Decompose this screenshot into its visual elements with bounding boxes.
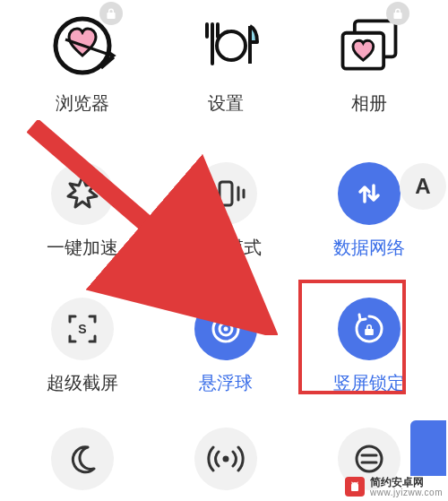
hotspot-icon: [206, 443, 246, 475]
dnd-toggle[interactable]: [20, 428, 145, 490]
text-size-letter: A: [415, 174, 430, 199]
side-tab[interactable]: [410, 420, 446, 476]
boost-label: 一键加速: [47, 236, 118, 260]
lock-icon: [386, 2, 409, 25]
svg-rect-5: [220, 182, 232, 205]
svg-point-10: [223, 456, 229, 462]
screenshot-icon: S: [65, 311, 100, 347]
cutlery-icon: [191, 19, 261, 73]
floatball-toggle[interactable]: 悬浮球: [163, 298, 289, 395]
supershot-label: 超级截屏: [47, 371, 118, 395]
data-label: 数据网络: [333, 236, 405, 260]
toggle-row-2: S 超级截屏 悬浮球 竖屏锁定: [0, 260, 448, 395]
boost-toggle[interactable]: 一键加速: [20, 162, 145, 260]
portraitlock-label: 竖屏锁定: [333, 371, 405, 395]
vibrate-toggle[interactable]: 振动模式: [163, 162, 289, 260]
app-browser-label: 浏览器: [56, 91, 109, 116]
data-arrows-icon: [352, 177, 386, 211]
floatball-label: 悬浮球: [199, 371, 253, 395]
boost-icon: [64, 175, 101, 212]
text-size-badge[interactable]: A: [400, 163, 446, 210]
android-badge-icon: [345, 477, 365, 497]
watermark: 简约安卓网 www.jyizww.com: [345, 477, 443, 497]
app-gallery[interactable]: 相册: [306, 11, 432, 116]
app-browser[interactable]: 浏览器: [20, 11, 145, 116]
svg-text:S: S: [78, 322, 86, 336]
portraitlock-toggle[interactable]: 竖屏锁定: [306, 298, 432, 395]
rotation-lock-icon: [351, 311, 387, 347]
more-icon: [353, 443, 385, 475]
hotspot-toggle[interactable]: [163, 428, 289, 490]
app-settings[interactable]: 设置: [163, 11, 289, 116]
watermark-url: www.jyizww.com: [370, 488, 443, 498]
app-settings-label: 设置: [208, 91, 244, 116]
watermark-title: 简约安卓网: [370, 477, 443, 488]
floatball-icon: [208, 311, 244, 347]
vibrate-label: 振动模式: [190, 236, 262, 260]
svg-point-2: [217, 31, 246, 60]
lock-icon: [99, 2, 123, 25]
supershot-toggle[interactable]: S 超级截屏: [20, 298, 145, 395]
toggle-row-1: 一键加速 振动模式 数据网络: [0, 116, 448, 260]
moon-icon: [66, 443, 99, 475]
vibrate-icon: [204, 178, 247, 209]
svg-point-9: [224, 327, 228, 332]
app-gallery-label: 相册: [351, 91, 387, 116]
app-row: 浏览器 设置 相册: [0, 0, 448, 116]
svg-point-11: [357, 446, 382, 471]
